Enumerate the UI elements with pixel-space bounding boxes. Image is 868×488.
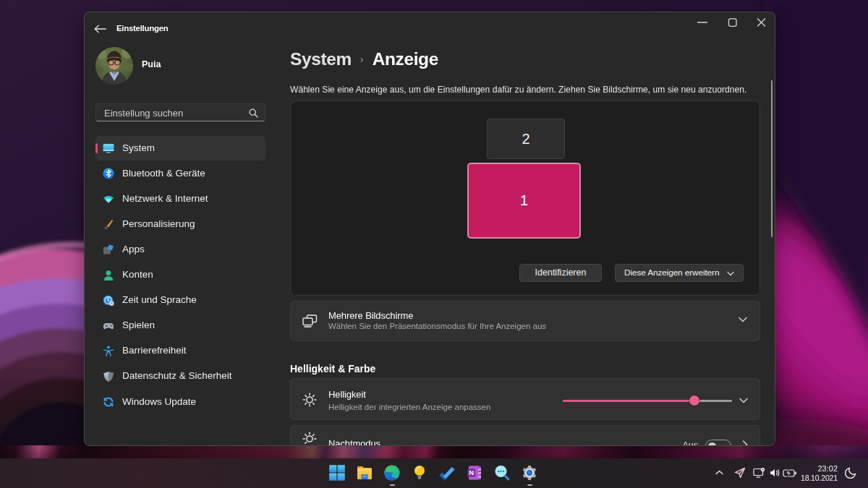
svg-text:N: N xyxy=(469,468,474,476)
